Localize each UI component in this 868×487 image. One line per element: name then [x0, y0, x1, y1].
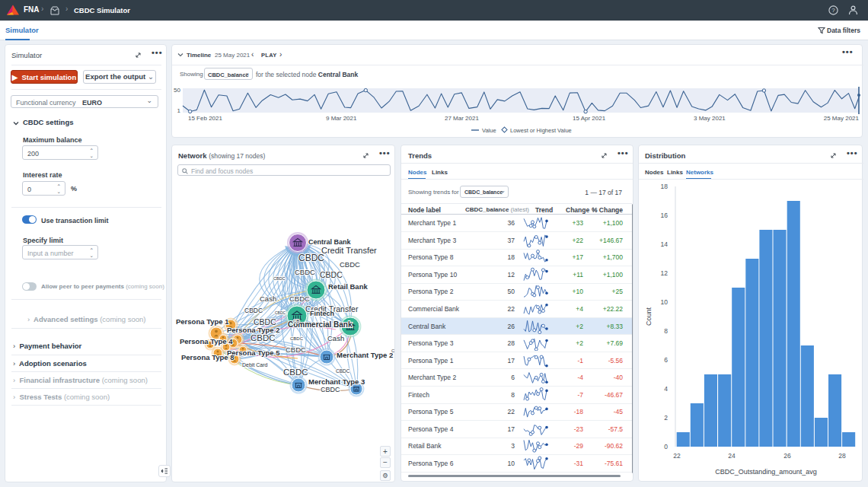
svg-text:28: 28 — [838, 452, 846, 460]
svg-text:18: 18 — [661, 183, 669, 190]
svg-text:4: 4 — [664, 385, 668, 393]
svg-text:16: 16 — [661, 212, 669, 219]
svg-text:Fintech: Fintech — [310, 310, 334, 317]
svg-text:CB: CB — [293, 319, 299, 323]
svg-text:CBDC: CBDC — [289, 294, 310, 303]
svg-text:CBDC: CBDC — [320, 270, 343, 279]
svg-text:Retail Bank: Retail Bank — [328, 282, 368, 291]
svg-text:Cash: Cash — [327, 334, 344, 342]
svg-text:12: 12 — [661, 269, 669, 277]
svg-text:Lowest or Highest Value: Lowest or Highest Value — [510, 127, 572, 134]
svg-text:CBDC: CBDC — [340, 260, 360, 269]
svg-text:CBDC: CBDC — [251, 333, 276, 342]
svg-text:1: 1 — [177, 107, 181, 114]
svg-text:CBDC: CBDC — [273, 276, 286, 281]
svg-text:CBDC: CBDC — [295, 268, 315, 276]
svg-text:Merchant Type 2: Merchant Type 2 — [337, 351, 393, 359]
svg-text:?: ? — [831, 7, 835, 14]
svg-text:27 Mar 2021: 27 Mar 2021 — [445, 115, 479, 122]
svg-text:Persona Type 5: Persona Type 5 — [227, 349, 280, 357]
svg-text:10: 10 — [661, 298, 669, 306]
svg-text:Persona Type 8: Persona Type 8 — [181, 353, 235, 361]
svg-text:8: 8 — [664, 327, 668, 335]
svg-text:Value: Value — [482, 127, 496, 134]
svg-text:CBDC: CBDC — [244, 307, 263, 314]
svg-text:50: 50 — [174, 87, 180, 94]
svg-text:Persona Type 1: Persona Type 1 — [176, 317, 229, 326]
svg-text:24: 24 — [728, 452, 736, 460]
svg-text:15 Apr 2021: 15 Apr 2021 — [573, 115, 606, 122]
svg-text:CBDC: CBDC — [321, 386, 340, 393]
svg-text:9 Mar 2021: 9 Mar 2021 — [326, 115, 357, 122]
svg-text:CBDC: CBDC — [275, 310, 286, 315]
svg-text:Persona Type 4: Persona Type 4 — [180, 337, 233, 345]
svg-text:Count: Count — [645, 307, 653, 326]
svg-text:6: 6 — [664, 356, 668, 364]
svg-text:Merchant Type 3: Merchant Type 3 — [308, 377, 365, 386]
svg-text:15 Feb 2021: 15 Feb 2021 — [188, 115, 222, 122]
svg-text:0: 0 — [664, 443, 668, 450]
svg-text:CBDC: CBDC — [336, 368, 350, 374]
svg-text:2: 2 — [664, 414, 668, 422]
svg-text:CBDC: CBDC — [391, 349, 394, 353]
svg-text:26: 26 — [783, 452, 791, 460]
svg-text:CBDC: CBDC — [298, 253, 324, 263]
svg-text:Cash: Cash — [260, 294, 276, 303]
svg-text:Debit Card: Debit Card — [242, 362, 268, 368]
svg-text:Central Bank: Central Bank — [308, 238, 352, 246]
svg-text:CBDC: CBDC — [290, 336, 304, 341]
svg-text:CBDC: CBDC — [286, 345, 306, 354]
svg-text:14: 14 — [661, 240, 669, 248]
svg-text:25 May 2021: 25 May 2021 — [824, 115, 860, 122]
svg-text:CBDC_Outstanding_amount_avg: CBDC_Outstanding_amount_avg — [715, 468, 817, 476]
svg-text:CBDC: CBDC — [283, 368, 308, 377]
svg-text:Credit Transfer: Credit Transfer — [321, 246, 377, 255]
svg-text:Persona Type 2: Persona Type 2 — [227, 326, 280, 334]
svg-text:3 May 2021: 3 May 2021 — [694, 115, 726, 122]
svg-text:22: 22 — [673, 452, 681, 460]
